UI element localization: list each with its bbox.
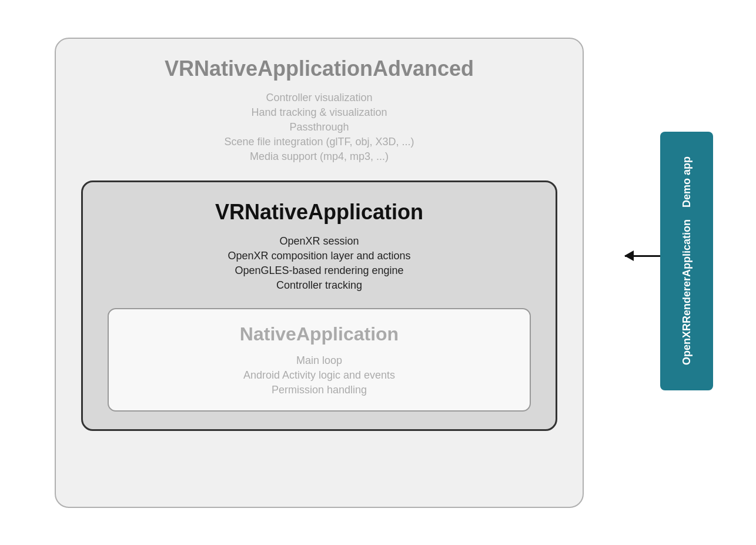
outer-title: VRNativeApplicationAdvanced bbox=[165, 56, 474, 81]
arrow-head bbox=[624, 250, 634, 261]
outer-feature-item: Hand tracking & visualization bbox=[251, 106, 387, 119]
middle-feature-item: Controller tracking bbox=[276, 279, 362, 292]
right-box-renderer-label: OpenXRRendererApplication bbox=[681, 219, 693, 365]
outer-feature-item: Scene file integration (glTF, obj, X3D, … bbox=[224, 136, 414, 148]
inner-title: NativeApplication bbox=[240, 323, 399, 345]
inner-features-list: Main loopAndroid Activity logic and even… bbox=[243, 355, 395, 396]
middle-features-list: OpenXR sessionOpenXR composition layer a… bbox=[228, 235, 410, 292]
outer-features-list: Controller visualizationHand tracking & … bbox=[224, 92, 414, 163]
outer-feature-item: Controller visualization bbox=[266, 92, 372, 104]
middle-box-vr-native: VRNativeApplication OpenXR sessionOpenXR… bbox=[81, 180, 557, 431]
inner-feature-item: Permission handling bbox=[272, 384, 367, 396]
inner-feature-item: Android Activity logic and events bbox=[243, 369, 395, 382]
outer-feature-item: Passthrough bbox=[289, 121, 349, 133]
middle-title: VRNativeApplication bbox=[215, 200, 423, 225]
inner-feature-item: Main loop bbox=[296, 355, 342, 367]
middle-feature-item: OpenXR composition layer and actions bbox=[228, 250, 410, 262]
outer-box-vr-native-advanced: VRNativeApplicationAdvanced Controller v… bbox=[55, 38, 584, 508]
right-box-text-wrapper: Demo app OpenXRRendererApplication bbox=[665, 141, 708, 381]
right-box-openxr-renderer: Demo app OpenXRRendererApplication bbox=[660, 132, 713, 390]
arrow-line bbox=[625, 255, 660, 257]
outer-feature-item: Media support (mp4, mp3, ...) bbox=[250, 151, 389, 163]
middle-feature-item: OpenXR session bbox=[279, 235, 359, 248]
diagram-container: VRNativeApplicationAdvanced Controller v… bbox=[31, 26, 725, 520]
inner-box-native-application: NativeApplication Main loopAndroid Activ… bbox=[108, 308, 531, 412]
right-box-demo-app-label: Demo app bbox=[681, 156, 693, 208]
arrow-container bbox=[625, 255, 660, 257]
middle-feature-item: OpenGLES-based rendering engine bbox=[235, 265, 403, 277]
